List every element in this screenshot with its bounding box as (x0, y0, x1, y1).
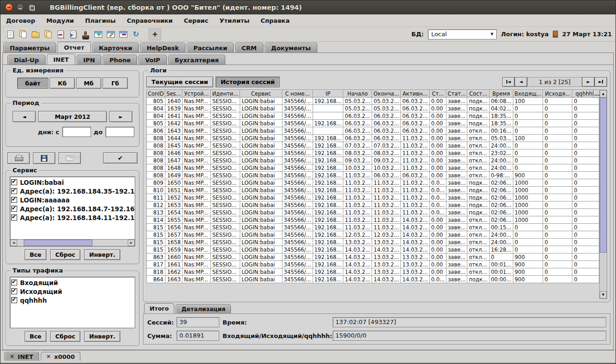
module-tab[interactable]: INET (47, 54, 75, 65)
table-row[interactable]: 8151658Nas:MP...SESSIO...LOGIN:babai3455… (147, 239, 599, 246)
db-select[interactable]: Local ▼ (428, 29, 497, 39)
table-row[interactable]: 8151657Nas:MP...SESSIO...LOGIN:babai3455… (147, 231, 599, 239)
stamp-button[interactable] (79, 28, 92, 40)
add-window-button[interactable] (92, 28, 105, 40)
main-tab[interactable]: HelpDesk (140, 43, 185, 52)
day-to-input[interactable] (105, 127, 134, 137)
column-header[interactable]: Ст... (429, 90, 446, 98)
service-list[interactable]: LOGIN:babai Адрес(а): 192.168.184.35-192… (10, 176, 135, 247)
history-sessions-button[interactable]: История сессий (216, 77, 280, 87)
table-row[interactable]: 8641663Nas:MP...SESSIO...LOGIN:babai3455… (147, 276, 599, 283)
mail-button[interactable] (59, 152, 81, 164)
window-tab[interactable]: ✕ INET (4, 352, 39, 361)
module-tab[interactable]: Бухгалтерия (168, 55, 225, 65)
traffic-all-button[interactable]: Все (25, 331, 46, 342)
column-header[interactable]: Исходя... (543, 90, 572, 98)
delete-document-button[interactable] (54, 28, 67, 40)
column-header[interactable]: ConID (147, 90, 165, 98)
checkbox-icon[interactable] (11, 179, 17, 185)
service-list-item[interactable]: LOGIN:babai (11, 178, 134, 187)
table-row[interactable]: 8081647Nas:MP...SESSIO...LOGIN:babai3455… (147, 157, 599, 164)
table-row[interactable]: 8091650Nas:MP...SESSIO...LOGIN:babai3455… (147, 179, 599, 187)
service-list-item[interactable]: LOGIN:aaaaaa (11, 195, 134, 204)
summary-tab[interactable]: Детализация (176, 304, 231, 313)
checkbox-icon[interactable] (11, 197, 17, 203)
column-header[interactable]: Входящ... (513, 90, 543, 98)
table-row[interactable]: 8081646Nas:MP...SESSIO...LOGIN:babai3455… (147, 150, 599, 157)
checkbox-icon[interactable] (11, 188, 17, 194)
table-row[interactable]: 8151659Nas:MP...SESSIO...LOGIN:babai3455… (147, 246, 599, 254)
new-document-button[interactable] (4, 28, 17, 40)
column-header[interactable]: С номе... (282, 90, 313, 98)
scroll-down-icon[interactable]: ▼ (600, 291, 607, 299)
column-header[interactable]: Время (489, 90, 513, 98)
apply-button[interactable]: ✔ (103, 152, 138, 163)
table-row[interactable]: 8121653Nas:MP...SESSIO...LOGIN:babai3455… (147, 202, 599, 209)
traffic-reset-button[interactable]: Сброс (50, 331, 80, 342)
scroll-left-icon[interactable]: ◄ (10, 240, 17, 246)
table-row[interactable]: 8051640Nas:MP...SESSIO...LOGIN:babai3455… (147, 98, 599, 105)
menu-item[interactable]: Модули (46, 17, 74, 24)
table-row[interactable]: 8061643Nas:MP...SESSIO...LOGIN:babai3455… (147, 127, 599, 135)
table-vscrollbar[interactable]: ▲ ▼ (599, 90, 607, 299)
column-header[interactable]: IP (313, 90, 343, 98)
module-tab[interactable]: Phone (103, 55, 137, 65)
table-row[interactable]: 8041639Nas:MP...SESSIO...LOGIN:babai3455… (147, 105, 599, 112)
service-list-item[interactable]: Адрес(а): 192.168.184.35-192.168. (11, 187, 134, 195)
main-tab[interactable]: CRM (235, 43, 263, 52)
traffic-list-item[interactable]: Входящий (11, 278, 134, 287)
month-button[interactable]: Март 2012 (38, 111, 107, 122)
service-hscrollbar[interactable]: ◄ ► (10, 239, 135, 246)
column-config-button[interactable]: ... (593, 90, 599, 98)
traffic-list[interactable]: Входящий Исходящий qqhhhh (10, 277, 135, 328)
prev-page-button[interactable]: ◄ (515, 77, 527, 87)
unit-button[interactable]: байт (17, 78, 48, 89)
checkbox-icon[interactable] (11, 297, 17, 303)
table-row[interactable]: 8081644Nas:MP...SESSIO...LOGIN:babai3455… (147, 135, 599, 142)
table-row[interactable]: 8081645Nas:MP...SESSIO...LOGIN:babai3455… (147, 142, 599, 150)
save-button[interactable] (33, 152, 55, 164)
open-folder-button[interactable] (29, 28, 42, 40)
service-list-item[interactable]: Адрес(а): 192.168.184.11-192.168. (11, 213, 134, 222)
column-header[interactable]: Оконча... (372, 90, 401, 98)
module-tab[interactable]: VoIP (138, 55, 167, 65)
column-header[interactable]: Иденти... (210, 90, 240, 98)
column-header[interactable]: Сервис (240, 90, 282, 98)
window-minimize-button[interactable] (16, 3, 24, 11)
transfer-document-button[interactable] (67, 28, 79, 40)
column-header[interactable]: Активн... (401, 90, 430, 98)
documents-button[interactable] (42, 28, 54, 40)
current-sessions-button[interactable]: Текущие сессии (146, 77, 213, 87)
traffic-list-item[interactable]: qqhhhh (11, 296, 134, 305)
unit-button[interactable]: Мб (76, 78, 101, 89)
traffic-invert-button[interactable]: Инверт. (84, 331, 120, 342)
close-tab-icon[interactable]: ✕ (46, 353, 51, 360)
prev-month-button[interactable]: ◄ (13, 111, 36, 122)
menu-item[interactable]: Справка (261, 17, 289, 24)
first-page-button[interactable]: ◄ (502, 77, 515, 87)
table-row[interactable]: 8181662Nas:MP...SESSIO...LOGIN:babai3455… (147, 268, 599, 276)
main-tab[interactable]: Параметры (3, 43, 56, 52)
day-from-input[interactable] (62, 127, 91, 137)
add-tab-button[interactable]: + (149, 28, 161, 40)
checkbox-icon[interactable] (11, 214, 17, 221)
service-invert-button[interactable]: Инверт. (84, 249, 120, 260)
menu-item[interactable]: Утилиты (219, 17, 249, 24)
unit-button[interactable]: Гб (103, 78, 128, 89)
unit-button[interactable]: Кб (50, 78, 75, 89)
menu-item[interactable]: Сервис (184, 17, 209, 24)
checkbox-icon[interactable] (11, 288, 17, 294)
vscroll-thumb[interactable] (600, 98, 607, 253)
column-header[interactable]: Начало (343, 90, 372, 98)
table-row[interactable]: 8081648Nas:MP...SESSIO...LOGIN:babai3455… (147, 164, 599, 172)
module-tab[interactable]: Dial-Up (7, 55, 46, 65)
menu-item[interactable]: Договор (6, 17, 35, 24)
edit-window-button[interactable] (105, 28, 117, 40)
print-button[interactable] (7, 152, 30, 164)
table-row[interactable]: 8171661Nas:MP...SESSIO...LOGIN:babai3455… (147, 261, 599, 268)
column-header[interactable]: Устрой... (183, 90, 211, 98)
scroll-up-icon[interactable]: ▲ (600, 90, 607, 98)
remove-window-button[interactable] (117, 28, 130, 40)
checkbox-icon[interactable] (11, 206, 17, 212)
next-page-button[interactable]: ► (582, 77, 595, 87)
